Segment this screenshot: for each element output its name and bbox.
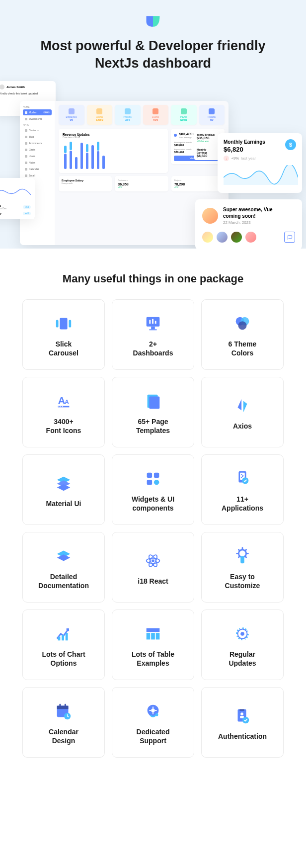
feature-card[interactable]: Widgets & UIcomponents <box>112 454 194 525</box>
feature-card[interactable]: RegularUpdates <box>201 609 284 680</box>
revenue-card: Revenue Updates Overview of Profit <box>59 129 168 173</box>
svg-point-16 <box>60 406 61 407</box>
feature-card[interactable]: 2+Dashboards <box>112 299 194 370</box>
sidebar-item[interactable]: Contacts <box>23 127 52 133</box>
feature-title: i18 React <box>138 577 168 586</box>
stat-card[interactable]: Events696 <box>143 105 169 125</box>
comment-icon[interactable] <box>284 232 295 243</box>
stat-card[interactable]: Clients3,650 <box>87 105 113 125</box>
widgets-icon <box>144 469 162 489</box>
sidebar-item[interactable]: Ecommerce <box>23 140 52 146</box>
svg-rect-0 <box>60 318 67 329</box>
salary-card: Employee SalaryEvery month <box>59 176 112 191</box>
sidebar-item[interactable]: Users <box>23 153 52 159</box>
carousel-icon <box>54 314 73 334</box>
feature-card[interactable]: Lots of ChartOptions <box>22 609 105 680</box>
feature-title: Authentication <box>218 732 267 741</box>
feature-title: 6 ThemeColors <box>229 340 257 357</box>
svg-rect-21 <box>154 472 159 477</box>
svg-point-51 <box>240 712 243 715</box>
feature-card[interactable]: i18 React <box>112 532 194 603</box>
dashboard-icon <box>144 314 162 334</box>
feature-card[interactable]: Authentication <box>201 687 284 758</box>
feature-card[interactable]: 65+ PageTemplates <box>112 377 194 447</box>
svg-rect-37 <box>151 633 155 639</box>
update-icon <box>233 624 252 644</box>
svg-rect-6 <box>149 320 151 324</box>
feature-card[interactable]: CalendarDesign <box>22 687 105 758</box>
svg-rect-42 <box>57 705 69 709</box>
bar-chart <box>63 142 164 169</box>
monthly-earnings-card: Monthly Earnings $6,820 $ ↓+9% last year <box>218 133 302 193</box>
svg-point-39 <box>240 632 244 636</box>
feature-card[interactable]: DetailedDocumentation <box>22 532 105 603</box>
sidebar-item[interactable]: Blog <box>23 134 52 140</box>
svg-rect-8 <box>155 321 156 324</box>
seller-badge: +45 <box>23 212 31 215</box>
sidebar: HOME ModernNew eCommerce APPS ContactsBl… <box>20 101 55 245</box>
calendar-icon <box>54 701 73 721</box>
sidebar-item[interactable]: Calendar <box>23 166 52 172</box>
axios-icon <box>233 396 252 416</box>
palette-icon <box>233 314 252 334</box>
mini-text: Kindly check this latest updated <box>0 92 52 95</box>
3d-avatar-icon <box>202 208 218 224</box>
feature-card[interactable]: DedicatedSupport <box>112 687 194 758</box>
feature-card[interactable]: Material Ui <box>22 454 105 525</box>
custom-icon <box>233 546 252 566</box>
stat-card[interactable]: Reports59 <box>199 105 225 125</box>
svg-rect-34 <box>66 633 68 640</box>
stat-card[interactable]: Payroll$96k <box>171 105 197 125</box>
feature-card[interactable]: SlickCarousel <box>22 299 105 370</box>
avatar-icon <box>217 232 228 243</box>
feature-title: Lots of ChartOptions <box>42 650 85 668</box>
svg-rect-22 <box>147 480 152 485</box>
monthly-title: Monthly Earnings <box>224 139 265 145</box>
svg-rect-43 <box>59 704 61 707</box>
feature-title: DedicatedSupport <box>137 727 170 745</box>
dollar-icon: $ <box>285 139 296 150</box>
svg-rect-4 <box>151 327 155 330</box>
feature-card[interactable]: Easy toCustomize <box>201 532 284 603</box>
avatar-icon <box>231 232 242 243</box>
yearly-card: Yearly Breakup $36,358 +9% last year Mon… <box>194 131 219 160</box>
svg-point-23 <box>154 480 159 485</box>
svg-rect-33 <box>62 635 64 640</box>
avatar-icon <box>202 232 213 243</box>
svg-rect-20 <box>147 472 152 477</box>
sidebar-item[interactable]: Chats <box>23 147 52 153</box>
sidebar-item-modern[interactable]: ModernNew <box>23 109 52 115</box>
svg-point-17 <box>62 406 63 407</box>
svg-rect-36 <box>147 633 151 639</box>
features-title: Many useful things in one package <box>22 272 284 285</box>
docs-icon <box>54 546 73 566</box>
feature-title: Lots of TableExamples <box>132 650 174 668</box>
svg-rect-52 <box>240 716 244 718</box>
svg-rect-35 <box>147 628 160 632</box>
feature-title: RegularUpdates <box>229 650 256 668</box>
support-icon <box>144 701 162 721</box>
apps-icon <box>233 469 252 489</box>
feature-card[interactable]: 11+Applications <box>201 454 284 525</box>
small-chart-card: SalesFashion Dev+68 Seller+45 <box>0 178 35 219</box>
revenue-title: Revenue Updates <box>63 133 164 136</box>
sparkline-chart <box>224 165 298 185</box>
sidebar-heading: HOME <box>23 106 52 108</box>
stat-card[interactable]: Employees96 <box>59 105 84 125</box>
stat-card[interactable]: Projects356 <box>115 105 141 125</box>
feature-card[interactable]: Axios <box>201 377 284 447</box>
svg-rect-19 <box>149 396 159 409</box>
projects-card: Projects78,298+9% <box>171 176 225 191</box>
vue-card: Super awesome, Vuecoming soon! 22 March,… <box>195 199 302 249</box>
feature-card[interactable]: Lots of TableExamples <box>112 609 194 680</box>
react-icon <box>144 551 162 571</box>
auth-icon <box>233 706 252 726</box>
feature-card[interactable]: 6 ThemeColors <box>201 299 284 370</box>
vue-date: 22 March, 2023 <box>223 220 273 225</box>
svg-rect-1 <box>56 320 59 327</box>
feature-card[interactable]: AA3400+Font Icons <box>22 377 105 447</box>
sidebar-item-ecommerce[interactable]: eCommerce <box>23 116 52 122</box>
hero-title: Most powerful & Developer friendly NextJ… <box>0 37 306 72</box>
sidebar-item[interactable]: Notes <box>23 160 52 166</box>
feature-title: 2+Dashboards <box>133 340 173 357</box>
